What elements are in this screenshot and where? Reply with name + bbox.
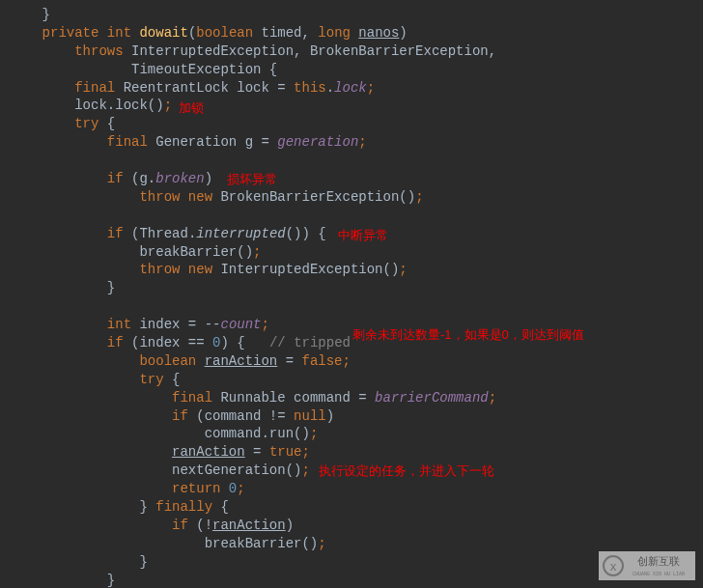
code-line: TimeoutException { [10,61,703,79]
code-line: } [10,279,703,297]
code-line: try { [10,371,703,389]
code-line [10,152,703,170]
code-line: nextGeneration();执行设定的任务，并进入下一轮 [10,462,703,480]
annotation-next: 执行设定的任务，并进入下一轮 [319,462,494,480]
code-line: breakBarrier(); [10,243,703,262]
code-line: ranAction = true; [10,443,703,462]
code-line: } [10,6,703,24]
code-line: if (command != null) [10,407,703,426]
code-line [10,297,703,316]
code-editor[interactable]: } private int dowait(boolean timed, long… [10,6,703,588]
code-line: final ReentrantLock lock = this.lock; [10,79,703,98]
code-line: if (!ranAction) [10,517,703,535]
code-line: lock.lock();加锁 [10,97,703,115]
code-line: throws InterruptedException, BrokenBarri… [10,42,703,61]
watermark-logo: X 创新互联 CHUANG XIN HU LIAN [599,551,695,580]
svg-text:创新互联: 创新互联 [637,555,680,567]
code-line: } finally { [10,498,703,517]
code-line: try { [10,115,703,133]
code-line: private int dowait(boolean timed, long n… [10,24,703,42]
code-line: breakBarrier(); [10,535,703,553]
code-line: command.run(); [10,425,703,443]
code-line: throw new InterruptedException(); [10,261,703,279]
code-line: final Runnable command = barrierCommand; [10,389,703,407]
annotation-count: 剩余未到达数量-1，如果是0，则达到阈值 [352,326,584,344]
code-line: return 0; [10,480,703,498]
code-line [10,207,703,225]
annotation-broken: 损坏异常 [227,171,277,188]
code-line: if (index == 0) { // tripped剩余未到达数量-1，如果… [10,334,703,352]
code-line: if (Thread.interrupted()) {中断异常 [10,225,703,243]
svg-text:X: X [610,562,617,574]
annotation-interrupt: 中断异常 [338,227,388,244]
code-line: if (g.broken)损坏异常 [10,170,703,188]
code-line: throw new BrokenBarrierException(); [10,188,703,207]
code-line: final Generation g = generation; [10,133,703,152]
svg-text:CHUANG XIN HU LIAN: CHUANG XIN HU LIAN [633,572,685,577]
code-line: boolean ranAction = false; [10,352,703,371]
